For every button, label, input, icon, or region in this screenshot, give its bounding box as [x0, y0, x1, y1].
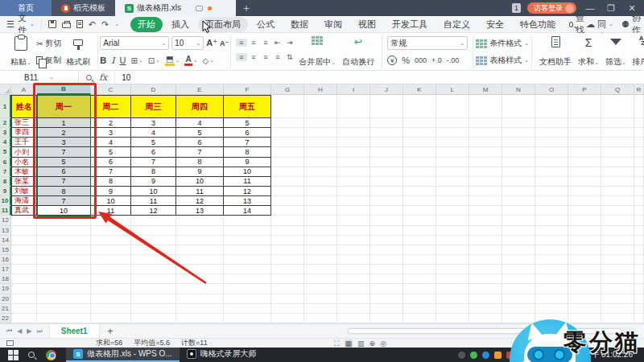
next-sheet-icon[interactable]: ▶ — [27, 327, 31, 335]
cell-Q12[interactable] — [601, 216, 634, 225]
cell-N7[interactable] — [502, 167, 535, 177]
cell-F3[interactable]: 6 — [224, 128, 271, 138]
cell-R15[interactable] — [634, 245, 644, 255]
row-header-3[interactable]: 3 — [0, 128, 11, 138]
cell-I14[interactable] — [337, 236, 370, 245]
cell-P12[interactable] — [568, 216, 601, 225]
cell-O17[interactable] — [535, 265, 568, 274]
cell-B1[interactable]: 周一 — [37, 95, 91, 118]
cell-I16[interactable] — [337, 255, 370, 265]
cell-N22[interactable] — [502, 314, 535, 323]
increase-font-icon[interactable]: A⁺ — [206, 38, 217, 48]
cell-O14[interactable] — [535, 236, 568, 245]
cell-K17[interactable] — [403, 265, 436, 274]
cell-H21[interactable] — [304, 304, 337, 314]
cell-P22[interactable] — [568, 314, 601, 323]
cell-K7[interactable] — [403, 167, 436, 177]
increase-indent-icon[interactable]: ⇥ — [287, 39, 293, 47]
cell-E14[interactable] — [176, 236, 224, 245]
tray-orange-icon[interactable] — [494, 352, 502, 359]
sheet-tab-sheet1[interactable]: Sheet1 — [49, 324, 100, 338]
cell-H11[interactable] — [304, 206, 337, 216]
print-icon[interactable] — [62, 23, 71, 28]
cell-O7[interactable] — [535, 167, 568, 177]
cell-I18[interactable] — [337, 274, 370, 284]
cell-C21[interactable] — [91, 304, 131, 314]
cell-P4[interactable] — [568, 138, 601, 147]
cell-P8[interactable] — [568, 177, 601, 187]
cell-M9[interactable] — [469, 187, 502, 196]
table-style-button[interactable]: 表格样式⌄ — [476, 53, 529, 68]
row-header-1[interactable]: 1 — [0, 95, 11, 118]
cell-J10[interactable] — [370, 196, 403, 206]
row-header-2[interactable]: 2 — [0, 118, 11, 128]
cell-L3[interactable] — [436, 128, 469, 138]
cell-J20[interactable] — [370, 294, 403, 304]
align-center-icon[interactable]: ≡ — [251, 53, 255, 61]
cell-D9[interactable]: 10 — [131, 187, 176, 196]
column-header-H[interactable]: H — [304, 84, 337, 95]
cell-R1[interactable] — [634, 95, 644, 118]
cell-D2[interactable]: 3 — [131, 118, 176, 128]
cell-P9[interactable] — [568, 187, 601, 196]
cell-Q4[interactable] — [601, 138, 634, 147]
cell-O1[interactable] — [535, 95, 568, 118]
cell-R20[interactable] — [634, 294, 644, 304]
cell-Q22[interactable] — [601, 314, 634, 323]
cell-R5[interactable] — [634, 147, 644, 157]
cell-I3[interactable] — [337, 128, 370, 138]
cell-M1[interactable] — [469, 95, 502, 118]
cell-I8[interactable] — [337, 177, 370, 187]
cell-B3[interactable]: 2 — [37, 128, 91, 138]
cell-N6[interactable] — [502, 158, 535, 167]
cell-M20[interactable] — [469, 294, 502, 304]
row-header-15[interactable]: 15 — [0, 245, 11, 255]
cell-E16[interactable] — [176, 255, 224, 265]
formula-input[interactable]: 10 — [115, 73, 130, 82]
cell-D1[interactable]: 周三 — [131, 95, 176, 118]
cell-K6[interactable] — [403, 158, 436, 167]
cell-J22[interactable] — [370, 314, 403, 323]
cell-G22[interactable] — [271, 314, 304, 323]
font-color-button[interactable]: A⌄ — [184, 56, 197, 66]
cell-D19[interactable] — [131, 284, 176, 294]
cell-G18[interactable] — [271, 274, 304, 284]
cell-O16[interactable] — [535, 255, 568, 265]
cell-A21[interactable] — [11, 304, 37, 314]
cell-E5[interactable]: 7 — [176, 147, 224, 157]
cell-B19[interactable] — [37, 284, 91, 294]
cell-P15[interactable] — [568, 245, 601, 255]
cell-G14[interactable] — [271, 236, 304, 245]
cell-G10[interactable] — [271, 196, 304, 206]
tab-data[interactable]: 数据 — [283, 17, 316, 32]
cell-B20[interactable] — [37, 294, 91, 304]
cell-H13[interactable] — [304, 226, 337, 236]
cell-L4[interactable] — [436, 138, 469, 147]
cell-O12[interactable] — [535, 216, 568, 225]
cell-G2[interactable] — [271, 118, 304, 128]
undo-icon[interactable]: ↶ — [89, 19, 96, 30]
cell-F18[interactable] — [224, 274, 271, 284]
cell-R14[interactable] — [634, 236, 644, 245]
copy-button[interactable]: 复制 — [36, 53, 61, 68]
cell-L2[interactable] — [436, 118, 469, 128]
tab-page-layout[interactable]: 页面布局 — [198, 17, 248, 32]
cell-Q11[interactable] — [601, 206, 634, 216]
cell-L5[interactable] — [436, 147, 469, 157]
cell-R4[interactable] — [634, 138, 644, 147]
cell-G11[interactable] — [271, 206, 304, 216]
cell-K9[interactable] — [403, 187, 436, 196]
cell-style-button[interactable]: ⊡⌄ — [148, 56, 160, 65]
cell-E7[interactable]: 9 — [176, 167, 224, 177]
cell-K15[interactable] — [403, 245, 436, 255]
cell-K3[interactable] — [403, 128, 436, 138]
cell-C8[interactable]: 8 — [91, 177, 131, 187]
cell-B2[interactable]: 1 — [37, 118, 91, 128]
column-header-O[interactable]: O — [535, 84, 568, 95]
tab-home[interactable]: 开始 — [130, 17, 163, 32]
cell-H15[interactable] — [304, 245, 337, 255]
cell-A3[interactable]: 李四 — [11, 128, 37, 138]
cell-N8[interactable] — [502, 177, 535, 187]
underline-button[interactable]: U — [120, 56, 126, 65]
eraser-button[interactable]: ◇⌄ — [203, 56, 215, 65]
